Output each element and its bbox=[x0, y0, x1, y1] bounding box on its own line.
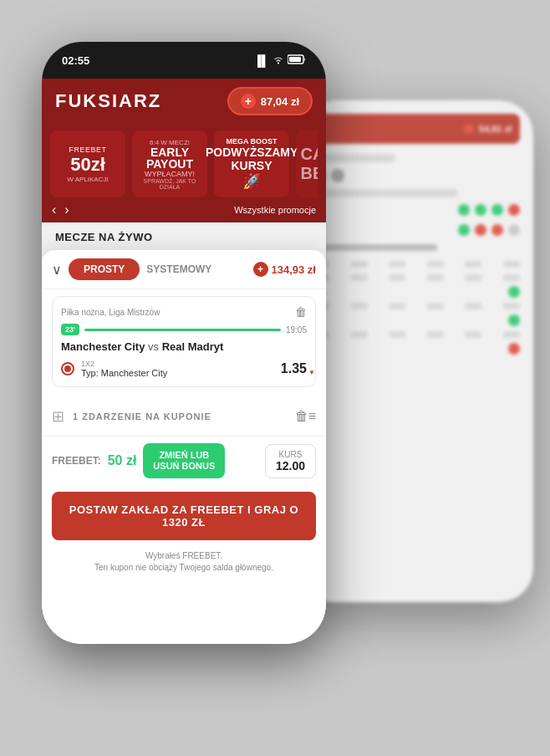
live-section-header: MECZE NA ŻYWO bbox=[42, 222, 326, 248]
bg-num-9 bbox=[389, 274, 405, 281]
team-home: Manchester City bbox=[61, 340, 145, 353]
bet-live-row: 23' 19:05 bbox=[61, 324, 307, 335]
bg-red-3 bbox=[491, 224, 503, 236]
tab-systemowy[interactable]: SYSTEMOWY bbox=[146, 263, 211, 275]
kurs-box: KURS 12.00 bbox=[265, 444, 316, 478]
bg-num-12 bbox=[503, 274, 520, 281]
bg-num-11 bbox=[465, 274, 481, 281]
kurs-value: 12.00 bbox=[276, 459, 305, 472]
logo: FUKSIARZ bbox=[55, 90, 161, 112]
early-sub: WYPŁACAMY! bbox=[137, 170, 202, 178]
next-arrow[interactable]: › bbox=[64, 202, 69, 217]
coupon-add-icon[interactable]: + bbox=[253, 262, 268, 277]
freebet-note-line1: Wybrałeś FREEBET. bbox=[145, 551, 222, 560]
background-phone: 54,81 zł bbox=[299, 100, 533, 602]
live-badge: 23' bbox=[61, 324, 79, 335]
bg-num-row-3 bbox=[313, 303, 520, 309]
bet-league: Piłka nożna, Liga Mistrzów bbox=[61, 308, 160, 317]
promo-card-extra: CABE bbox=[296, 130, 318, 197]
add-funds-icon: + bbox=[241, 94, 256, 109]
bet-type-row: 1X2 Typ: Manchester City 1.35 bbox=[61, 360, 307, 378]
app-header: FUKSIARZ + 87,04 zł bbox=[42, 79, 326, 124]
coupon-total: + 134,93 zł bbox=[253, 262, 317, 277]
mega-main: PODWYŻSZAMY KURSY bbox=[206, 146, 298, 172]
change-bonus-button[interactable]: ZMIEŃ LUB USUŃ BONUS bbox=[143, 443, 225, 478]
freebet-row: FREEBET: 50 zł ZMIEŃ LUB USUŃ BONUS KURS… bbox=[42, 436, 326, 485]
coupon-header: ∨ PROSTY SYSTEMOWY + 134,93 zł bbox=[42, 250, 326, 289]
bet-item-header: Piłka nożna, Liga Mistrzów 🗑 bbox=[61, 305, 307, 319]
time-display: 02:55 bbox=[62, 54, 89, 67]
bg-num-row-2 bbox=[313, 274, 520, 281]
bg-num-6 bbox=[503, 261, 520, 268]
freebet-row-label: FREEBET: bbox=[52, 455, 101, 467]
coupon-footer: ⊞ 1 ZDARZENIE NA KUPONIE 🗑≡ bbox=[42, 394, 326, 436]
bg-gray-1 bbox=[508, 224, 520, 236]
promotions-section: FREEBET 50zł W APLIKACJI 6:4 W MECZ! EAR… bbox=[42, 124, 326, 197]
bg-num-4 bbox=[427, 261, 444, 268]
early-main: EARLY PAYOUT bbox=[137, 146, 202, 170]
coupon-total-amount: 134,93 zł bbox=[272, 263, 317, 276]
rocket-icon: 🚀 bbox=[206, 172, 298, 191]
bg-num-20 bbox=[351, 331, 368, 338]
balance-button[interactable]: + 87,04 zł bbox=[227, 87, 313, 115]
bet-type-text: Typ: Manchester City bbox=[81, 368, 167, 378]
bg-num-14 bbox=[351, 303, 368, 309]
coupon-collapse-icon[interactable]: ∨ bbox=[52, 262, 62, 278]
bet-type-label: 1X2 Typ: Manchester City bbox=[81, 360, 274, 378]
promo-cards: FREEBET 50zł W APLIKACJI 6:4 W MECZ! EAR… bbox=[50, 130, 318, 197]
bet-match: Manchester City vs Real Madryt bbox=[61, 340, 307, 353]
bet-prefix: 1X2 bbox=[81, 360, 274, 368]
bg-num-row-1 bbox=[313, 261, 520, 268]
main-phone: 02:55 ▐▌ bbox=[42, 42, 326, 644]
events-label: 1 ZDARZENIE NA KUPONIE bbox=[73, 411, 211, 421]
vs-text: vs bbox=[148, 340, 162, 353]
app-content: FUKSIARZ + 87,04 zł FREEBET 50zł W APLIK… bbox=[42, 79, 326, 644]
extra-label: CABE bbox=[301, 145, 318, 183]
all-promotions-link[interactable]: Wszystkie promocje bbox=[234, 205, 316, 215]
tab-prosty[interactable]: PROSTY bbox=[69, 258, 140, 280]
bg-red-dot-1 bbox=[508, 343, 520, 355]
bg-red-1 bbox=[508, 204, 520, 216]
coupon-panel: ∨ PROSTY SYSTEMOWY + 134,93 zł Piłka noż… bbox=[42, 250, 326, 644]
live-progress-bar bbox=[84, 329, 281, 331]
bg-num-5 bbox=[465, 261, 481, 268]
bg-num-21 bbox=[389, 331, 405, 338]
team-away: Real Madryt bbox=[162, 340, 224, 353]
bg-green-dot-1 bbox=[508, 286, 520, 298]
svg-rect-1 bbox=[289, 57, 301, 62]
bet-odds: 1.35 bbox=[281, 361, 307, 376]
coupon-grid-icon: ⊞ bbox=[52, 407, 64, 426]
bg-num-3 bbox=[389, 261, 405, 268]
bg-num-22 bbox=[427, 331, 444, 338]
bg-red-2 bbox=[475, 224, 486, 236]
carousel-nav: ‹ › Wszystkie promocje bbox=[42, 197, 326, 222]
bg-num-17 bbox=[465, 303, 481, 309]
freebet-note: Wybrałeś FREEBET. Ten kupon nie obciąży … bbox=[42, 547, 326, 582]
bg-num-23 bbox=[465, 331, 481, 338]
events-row: ⊞ 1 ZDARZENIE NA KUPONIE 🗑≡ bbox=[52, 402, 316, 431]
freebet-label: FREEBET bbox=[67, 146, 108, 154]
bet-radio[interactable] bbox=[61, 362, 74, 375]
bet-delete-icon[interactable]: 🗑 bbox=[295, 305, 307, 319]
early-note: SPRAWDŹ, JAK TO DZIAŁA bbox=[137, 178, 202, 190]
main-cta-button[interactable]: POSTAW ZAKŁAD ZA FREEBET I GRAJ O 1320 Z… bbox=[52, 492, 316, 540]
mega-title: MEGA BOOST bbox=[206, 137, 298, 146]
status-icons: ▐▌ bbox=[254, 54, 306, 67]
bg-num-16 bbox=[427, 303, 444, 309]
kurs-label: KURS bbox=[276, 450, 305, 459]
prev-arrow[interactable]: ‹ bbox=[52, 202, 56, 217]
bg-icon-2 bbox=[331, 169, 344, 182]
promo-card-mega-boost[interactable]: MEGA BOOST PODWYŻSZAMY KURSY 🚀 bbox=[214, 130, 289, 197]
bet-item: Piłka nożna, Liga Mistrzów 🗑 23' 19:05 M… bbox=[52, 296, 316, 387]
nav-arrows: ‹ › bbox=[52, 202, 69, 217]
bg-green-4 bbox=[458, 224, 470, 236]
wifi-icon bbox=[272, 54, 284, 67]
promo-card-early-payout[interactable]: 6:4 W MECZ! EARLY PAYOUT WYPŁACAMY! SPRA… bbox=[132, 130, 207, 197]
bg-num-8 bbox=[351, 274, 368, 281]
bg-green-dot-2 bbox=[508, 314, 520, 326]
promo-card-freebet[interactable]: FREEBET 50zł W APLIKACJI bbox=[50, 130, 125, 197]
bg-num-18 bbox=[503, 303, 520, 309]
delete-all-icon[interactable]: 🗑≡ bbox=[295, 409, 316, 424]
freebet-sublabel: W APLIKACJI bbox=[67, 176, 108, 183]
bg-green-1 bbox=[458, 204, 470, 216]
